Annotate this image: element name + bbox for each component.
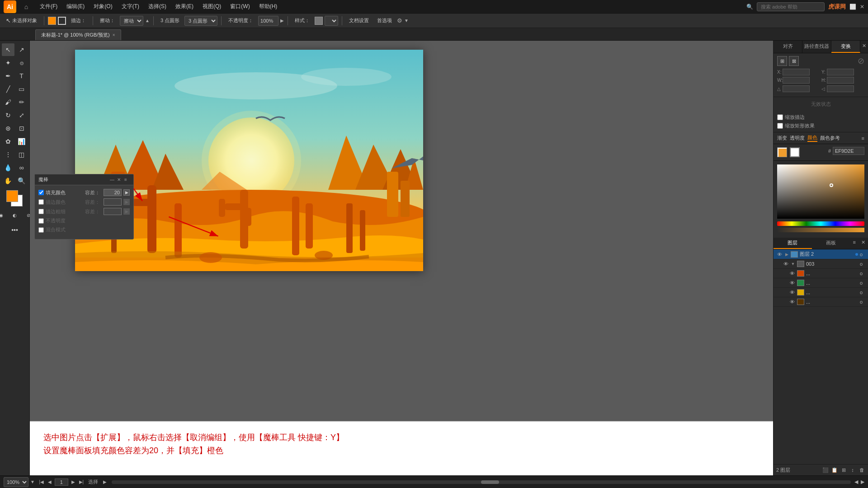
blend-mode-checkbox[interactable] — [38, 227, 44, 233]
prev-page-btn[interactable]: ◀ — [47, 479, 53, 485]
opacity-checkbox[interactable] — [38, 218, 44, 224]
menu-type[interactable]: 文字(T) — [118, 2, 143, 11]
page-input[interactable] — [55, 479, 68, 486]
layer-item-yellow[interactable]: 👁 ... o — [774, 288, 868, 297]
warp-tool[interactable]: ⊛ — [2, 122, 14, 135]
prefs-icon[interactable]: ⚙ — [397, 17, 402, 24]
x-input[interactable] — [783, 69, 810, 75]
panel-options-icon[interactable]: ✕ — [860, 41, 868, 53]
type-tool[interactable]: T — [15, 70, 28, 82]
layer-darkbrown-vis[interactable]: 👁 — [789, 299, 795, 305]
eyedropper-tool[interactable]: 💧 — [2, 161, 14, 174]
rect-tool[interactable]: ▭ — [15, 83, 28, 95]
layer-yellow-vis[interactable]: 👁 — [789, 289, 795, 296]
more-tools-btn[interactable]: ••• — [9, 224, 21, 236]
paintbrush-tool[interactable]: 🖌 — [2, 96, 14, 108]
point-select[interactable]: 3 点圆形 — [184, 16, 217, 26]
layers-close-btn[interactable]: ✕ — [859, 238, 868, 249]
transform-icon-alt[interactable]: ⊠ — [789, 56, 799, 66]
transparency-tab[interactable]: 透明度 — [790, 135, 805, 141]
horizontal-scrollbar[interactable] — [112, 480, 851, 484]
layer-item-003[interactable]: 👁 ▼ 003 o — [774, 259, 868, 269]
play-btn[interactable]: ▶ — [102, 479, 108, 485]
doc-settings-btn[interactable]: 文档设置 — [346, 16, 372, 25]
prefs-arrow[interactable]: ▼ — [404, 18, 409, 23]
lasso-tool[interactable]: ⌾ — [15, 56, 28, 69]
zoom-tool[interactable]: 🔍 — [15, 174, 28, 187]
layer-item-green[interactable]: 👁 ... o — [774, 278, 868, 288]
gradient-btn[interactable]: ◐ — [9, 209, 21, 221]
layer003-vis-btn[interactable]: 👁 — [783, 261, 789, 267]
make-mask-btn[interactable]: ⬛ — [822, 466, 829, 474]
first-page-btn[interactable]: |◀ — [38, 479, 45, 485]
color-gradient-box[interactable] — [777, 164, 864, 219]
fill-color-indicator[interactable] — [777, 147, 787, 157]
scale-strokes-checkbox[interactable] — [777, 114, 783, 120]
layer-item-darkbrown[interactable]: 👁 ... o — [774, 297, 868, 307]
rotate-tool[interactable]: ↻ — [2, 109, 14, 122]
h-input[interactable] — [827, 77, 854, 84]
panel-collapse-btn[interactable]: — — [110, 177, 115, 183]
delete-layer-btn[interactable]: 🗑 — [858, 466, 865, 474]
layer-orange-vis[interactable]: 👁 — [789, 270, 795, 277]
color-btn[interactable]: ◉ — [0, 209, 8, 221]
home-icon[interactable]: ⌂ — [21, 1, 32, 12]
pen-tool[interactable]: ✒ — [2, 70, 14, 82]
zoom-arrow[interactable]: ▼ — [30, 479, 35, 484]
opacity-arrow[interactable]: ▶ — [280, 18, 284, 23]
opacity-input[interactable] — [258, 16, 278, 26]
panel-options-btn[interactable]: ≡ — [124, 177, 130, 183]
mesh-tool[interactable]: ⋮ — [2, 148, 14, 161]
menu-file[interactable]: 文件(F) — [36, 2, 61, 11]
layer-green-vis[interactable]: 👁 — [789, 280, 795, 286]
blur-up-arrow[interactable]: ▲ — [145, 18, 150, 23]
style-select[interactable] — [325, 16, 338, 26]
layers-options-btn[interactable]: ≡ — [850, 238, 859, 249]
color-spectrum-bar[interactable] — [777, 221, 864, 226]
shear-input[interactable] — [827, 85, 854, 92]
new-sublayer-btn[interactable]: ⊞ — [840, 466, 847, 474]
line-tool[interactable]: ╱ — [2, 83, 14, 95]
gradient-tool[interactable]: ◫ — [15, 148, 28, 161]
document-tab[interactable]: 未标题-1* @ 100% (RGB/预览) × — [35, 29, 121, 40]
preferences-btn[interactable]: 首选项 — [374, 16, 395, 25]
tab-align[interactable]: 对齐 — [774, 41, 802, 53]
tolerance-input[interactable] — [104, 189, 122, 196]
tab-pathfinder[interactable]: 路径查找器 — [802, 41, 831, 53]
blend-tool[interactable]: ∞ — [15, 161, 28, 174]
menu-select[interactable]: 选择(S) — [145, 2, 170, 11]
scale-effects-checkbox[interactable] — [777, 123, 783, 129]
menu-view[interactable]: 视图(Q) — [199, 2, 225, 11]
style-swatch[interactable] — [315, 17, 323, 25]
menu-object[interactable]: 对象(O) — [90, 2, 116, 11]
stroke-color-checkbox[interactable] — [38, 199, 44, 205]
hand-tool[interactable]: ✋ — [2, 174, 14, 187]
layer-item-layer2[interactable]: 👁 ▶ 图层 2 o — [774, 249, 868, 259]
panel-close-btn[interactable]: ✕ — [117, 177, 123, 183]
tab-close-btn[interactable]: × — [113, 33, 115, 38]
menu-help[interactable]: 帮助(H) — [255, 2, 281, 11]
magic-wand-tool[interactable]: ✦ — [2, 56, 14, 69]
layer003-expand-btn[interactable]: ▼ — [791, 262, 795, 266]
y-input[interactable] — [827, 69, 854, 75]
panel-title-bar[interactable]: 魔棒 — ✕ ≡ — [35, 174, 133, 185]
fill-color-box[interactable] — [6, 190, 18, 202]
swatches-tab[interactable]: 渐变 — [777, 135, 787, 141]
w-input[interactable] — [783, 77, 810, 84]
layers-tab[interactable]: 图层 — [774, 238, 812, 249]
symbol-tool[interactable]: ✿ — [2, 135, 14, 148]
layer2-expand-btn[interactable]: ▶ — [784, 252, 789, 257]
stroke-indicator[interactable] — [58, 17, 66, 25]
scroll-left-btn[interactable]: ◀ — [854, 479, 858, 485]
menu-window[interactable]: 窗口(W) — [226, 2, 253, 11]
free-transform-tool[interactable]: ⊡ — [15, 122, 28, 135]
artboards-tab[interactable]: 画板 — [812, 238, 850, 249]
stroke-color-indicator[interactable] — [790, 147, 800, 157]
tolerance-increment-btn[interactable]: ▶ — [123, 189, 130, 196]
direct-selection-tool[interactable]: ↗ — [15, 43, 28, 56]
menu-effect[interactable]: 效果(E) — [172, 2, 197, 11]
blur-select[interactable]: 擦动 — [120, 16, 143, 26]
fill-color-swatch[interactable] — [48, 17, 56, 25]
close-icon[interactable]: ✕ — [860, 4, 864, 10]
move-to-layer-btn[interactable]: ↕ — [849, 466, 856, 474]
